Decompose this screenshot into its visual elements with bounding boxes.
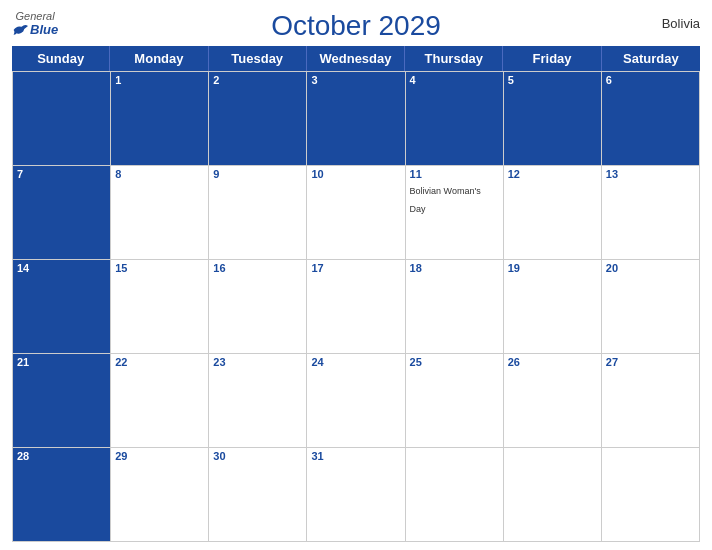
header-sunday: Sunday: [12, 46, 110, 71]
calendar-cell: [602, 448, 700, 542]
day-number: 7: [17, 168, 106, 180]
header-saturday: Saturday: [602, 46, 700, 71]
calendar-cell: 13: [602, 166, 700, 260]
day-number: 9: [213, 168, 302, 180]
day-number: 4: [410, 74, 499, 86]
calendar-cell: 28: [13, 448, 111, 542]
calendar-cell: 9: [209, 166, 307, 260]
day-number: 18: [410, 262, 499, 274]
event-label: Bolivian Woman's Day: [410, 186, 481, 214]
calendar-cell: 27: [602, 354, 700, 448]
day-number: 30: [213, 450, 302, 462]
calendar-cell: 30: [209, 448, 307, 542]
calendar-cell: 31: [307, 448, 405, 542]
day-number: 23: [213, 356, 302, 368]
calendar-cell: 29: [111, 448, 209, 542]
calendar-cell: 2: [209, 72, 307, 166]
calendar-cell: 26: [504, 354, 602, 448]
calendar-cell: 11Bolivian Woman's Day: [406, 166, 504, 260]
header-wednesday: Wednesday: [307, 46, 405, 71]
calendar-cell: [504, 448, 602, 542]
calendar-cell: 8: [111, 166, 209, 260]
day-number: 13: [606, 168, 695, 180]
day-number: 29: [115, 450, 204, 462]
day-number: 10: [311, 168, 400, 180]
calendar-cell: 7: [13, 166, 111, 260]
header-friday: Friday: [503, 46, 601, 71]
day-number: 27: [606, 356, 695, 368]
calendar-cell: 23: [209, 354, 307, 448]
day-number: 3: [311, 74, 400, 86]
calendar-header: General Blue October 2029 Bolivia: [12, 10, 700, 42]
day-number: 21: [17, 356, 106, 368]
calendar-cell: 14: [13, 260, 111, 354]
day-headers-row: Sunday Monday Tuesday Wednesday Thursday…: [12, 46, 700, 71]
day-number: 6: [606, 74, 695, 86]
logo-blue: Blue: [12, 22, 58, 37]
day-number: 19: [508, 262, 597, 274]
calendar-cell: 18: [406, 260, 504, 354]
day-number: 24: [311, 356, 400, 368]
day-number: 20: [606, 262, 695, 274]
day-number: 5: [508, 74, 597, 86]
calendar-cell: [13, 72, 111, 166]
calendar-cell: 24: [307, 354, 405, 448]
day-number: 25: [410, 356, 499, 368]
logo: General Blue: [12, 10, 58, 37]
calendar-cell: 12: [504, 166, 602, 260]
calendar-cell: 19: [504, 260, 602, 354]
day-number: 11: [410, 168, 499, 180]
day-number: 28: [17, 450, 106, 462]
calendar-cell: 25: [406, 354, 504, 448]
country-label: Bolivia: [662, 16, 700, 31]
calendar-cell: 21: [13, 354, 111, 448]
calendar-cell: 10: [307, 166, 405, 260]
calendar-cell: 17: [307, 260, 405, 354]
calendar-cell: 1: [111, 72, 209, 166]
day-number: 2: [213, 74, 302, 86]
calendar-cell: 20: [602, 260, 700, 354]
day-number: 15: [115, 262, 204, 274]
calendar-cell: 5: [504, 72, 602, 166]
day-number: 22: [115, 356, 204, 368]
logo-general: General: [16, 10, 55, 22]
calendar-cell: 6: [602, 72, 700, 166]
day-number: 14: [17, 262, 106, 274]
day-number: 17: [311, 262, 400, 274]
calendar-cell: 22: [111, 354, 209, 448]
header-tuesday: Tuesday: [209, 46, 307, 71]
logo-bird-icon: [12, 23, 28, 37]
day-number: 16: [213, 262, 302, 274]
calendar-cell: 15: [111, 260, 209, 354]
calendar-cell: 4: [406, 72, 504, 166]
calendar-container: General Blue October 2029 Bolivia Sunday…: [0, 0, 712, 550]
day-number: 26: [508, 356, 597, 368]
day-number: 8: [115, 168, 204, 180]
calendar-title: October 2029: [271, 10, 441, 42]
header-thursday: Thursday: [405, 46, 503, 71]
calendar-grid: 1234567891011Bolivian Woman's Day1213141…: [12, 71, 700, 542]
calendar-cell: 3: [307, 72, 405, 166]
calendar-cell: 16: [209, 260, 307, 354]
calendar-cell: [406, 448, 504, 542]
day-number: 1: [115, 74, 204, 86]
day-number: 31: [311, 450, 400, 462]
day-number: 12: [508, 168, 597, 180]
header-monday: Monday: [110, 46, 208, 71]
